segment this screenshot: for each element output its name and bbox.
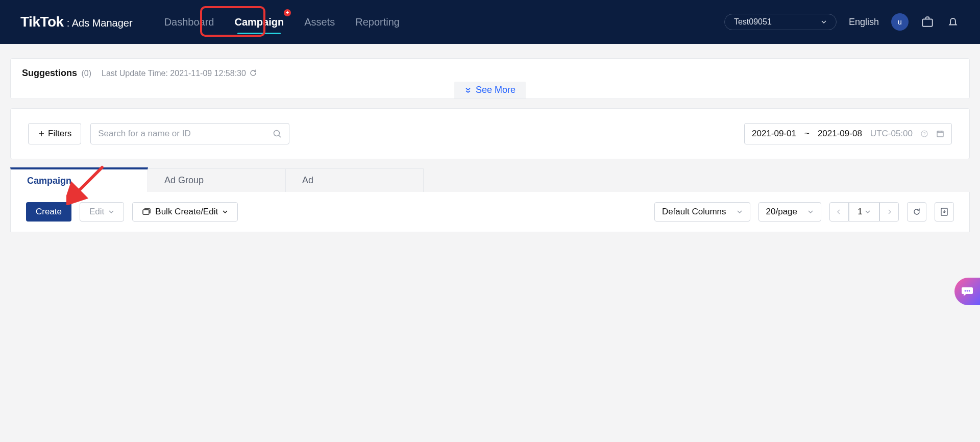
- suggestions-count: (0): [81, 69, 91, 78]
- filter-bar: Filters 2021-09-01 ~ 2021-09-08 UTC-05:0…: [10, 108, 970, 159]
- search-icon: [273, 129, 282, 138]
- see-more-label: See More: [476, 85, 516, 95]
- chevron-down-icon: [865, 209, 870, 214]
- page-number-selector[interactable]: 1: [849, 202, 879, 222]
- suggestions-title: Suggestions (0): [22, 68, 91, 79]
- chevron-left-icon: [837, 209, 842, 214]
- tab-campaign[interactable]: Campaign: [10, 167, 148, 192]
- last-update-time: Last Update Time: 2021-11-09 12:58:30: [102, 69, 257, 78]
- main-content: Suggestions (0) Last Update Time: 2021-1…: [0, 44, 980, 232]
- page-size-label: 20/page: [766, 207, 797, 217]
- last-update-label: Last Update Time:: [102, 69, 168, 78]
- pagination: 1: [829, 202, 899, 222]
- tab-ad-group[interactable]: Ad Group: [148, 168, 286, 192]
- date-to: 2021-09-08: [818, 129, 862, 139]
- page-number: 1: [858, 207, 863, 216]
- nav-assets[interactable]: Assets: [303, 13, 336, 31]
- briefcase-icon[interactable]: [921, 15, 934, 29]
- filters-label: Filters: [48, 129, 71, 139]
- prev-page-button[interactable]: [829, 202, 849, 222]
- svg-rect-4: [937, 131, 943, 137]
- edit-dropdown[interactable]: Edit: [80, 202, 124, 222]
- page-size-selector[interactable]: 20/page: [758, 202, 821, 222]
- help-chat-button[interactable]: [954, 278, 980, 305]
- chevron-down-icon: [807, 209, 814, 215]
- create-button[interactable]: Create: [26, 202, 71, 222]
- primary-nav: Dashboard Campaign + Assets Reporting: [163, 13, 401, 31]
- svg-rect-0: [922, 19, 933, 27]
- plus-badge-icon: +: [284, 9, 291, 16]
- nav-campaign[interactable]: Campaign +: [233, 13, 285, 31]
- last-update-value: 2021-11-09 12:58:30: [170, 69, 246, 78]
- svg-point-1: [274, 131, 280, 136]
- header-right: Test09051 English u: [724, 13, 960, 31]
- date-separator: ~: [804, 129, 810, 139]
- date-from: 2021-09-01: [752, 129, 796, 139]
- entity-tabs: Campaign Ad Group Ad: [10, 168, 970, 192]
- user-avatar[interactable]: u: [891, 13, 909, 31]
- refresh-table-button[interactable]: [907, 202, 926, 222]
- nav-dashboard[interactable]: Dashboard: [163, 13, 215, 31]
- tab-ad[interactable]: Ad: [286, 168, 424, 192]
- language-selector[interactable]: English: [849, 17, 879, 28]
- top-nav: TikTok : Ads Manager Dashboard Campaign …: [0, 0, 980, 44]
- svg-rect-5: [143, 210, 149, 214]
- search-input[interactable]: [98, 129, 267, 139]
- timezone-label: UTC-05:00: [870, 129, 913, 139]
- chevron-down-icon: [108, 209, 114, 215]
- chat-icon: [960, 284, 974, 299]
- suggestions-title-text: Suggestions: [22, 68, 77, 78]
- chevron-down-icon: [222, 209, 228, 215]
- help-icon[interactable]: ?: [921, 130, 928, 137]
- calendar-icon: [936, 130, 944, 138]
- table-toolbar: Create Edit Bulk Create/Edit Default Col…: [10, 192, 970, 232]
- suggestions-panel: Suggestions (0) Last Update Time: 2021-1…: [10, 58, 970, 99]
- edit-label: Edit: [89, 207, 104, 217]
- logo-tiktok-text: TikTok: [20, 14, 64, 30]
- bulk-label: Bulk Create/Edit: [155, 207, 218, 217]
- columns-label: Default Columns: [662, 207, 726, 217]
- svg-text:?: ?: [923, 131, 925, 136]
- account-selector[interactable]: Test09051: [724, 14, 837, 30]
- download-icon: [940, 207, 949, 216]
- svg-point-8: [967, 290, 968, 292]
- date-range-picker[interactable]: 2021-09-01 ~ 2021-09-08 UTC-05:00 ?: [744, 123, 952, 144]
- filters-button[interactable]: Filters: [28, 123, 81, 144]
- double-chevron-down-icon: [464, 87, 472, 94]
- columns-selector[interactable]: Default Columns: [654, 202, 750, 222]
- chevron-down-icon: [821, 19, 827, 25]
- next-page-button[interactable]: [879, 202, 899, 222]
- search-field[interactable]: [90, 123, 289, 144]
- chevron-down-icon: [737, 209, 743, 215]
- account-name: Test09051: [734, 17, 772, 27]
- svg-point-9: [969, 290, 970, 292]
- bell-icon[interactable]: [946, 15, 960, 29]
- bulk-icon: [142, 207, 151, 216]
- bulk-create-edit-dropdown[interactable]: Bulk Create/Edit: [132, 202, 238, 222]
- nav-reporting[interactable]: Reporting: [354, 13, 401, 31]
- svg-point-7: [965, 290, 966, 292]
- logo[interactable]: TikTok : Ads Manager: [20, 14, 133, 30]
- export-button[interactable]: [935, 202, 954, 222]
- refresh-icon: [912, 207, 921, 216]
- refresh-icon[interactable]: [249, 69, 257, 77]
- logo-ads-manager-text: : Ads Manager: [67, 17, 133, 29]
- see-more-button[interactable]: See More: [454, 82, 526, 99]
- chevron-right-icon: [887, 209, 892, 214]
- plus-icon: [38, 130, 45, 137]
- nav-campaign-label: Campaign: [234, 16, 284, 28]
